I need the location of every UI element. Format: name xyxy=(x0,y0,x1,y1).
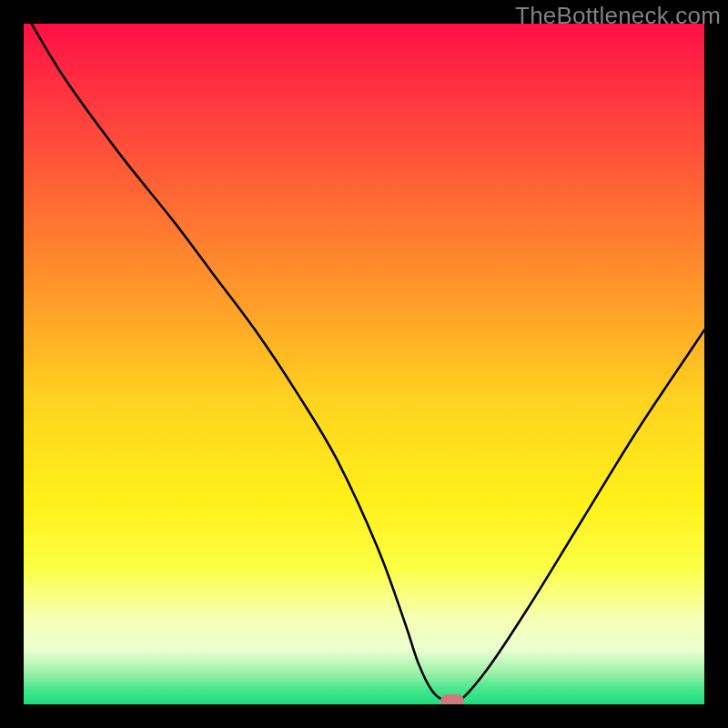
watermark-text: TheBottleneck.com xyxy=(515,2,721,30)
minimum-marker xyxy=(440,694,464,704)
chart-frame: TheBottleneck.com xyxy=(0,0,728,728)
bottleneck-curve xyxy=(24,24,704,704)
plot-area xyxy=(24,24,704,704)
